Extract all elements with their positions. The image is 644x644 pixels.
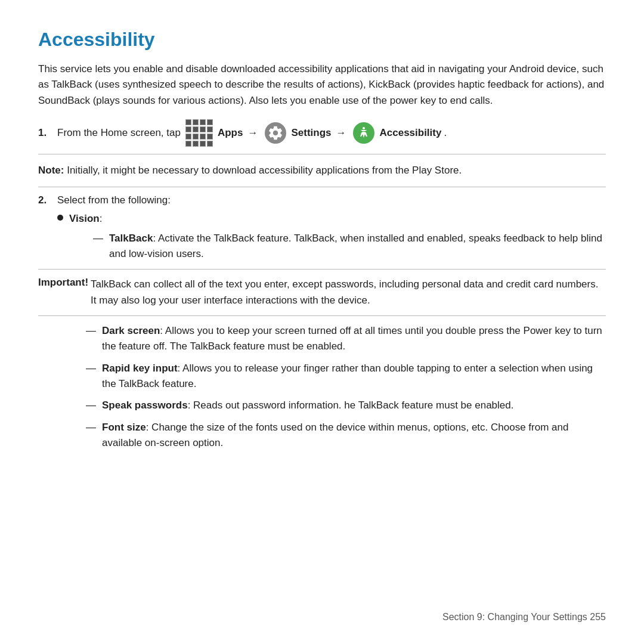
arrow1: → xyxy=(247,127,258,139)
accessibility-icon xyxy=(353,122,374,144)
dash-char-talkback: — xyxy=(93,231,103,246)
dash-char-1: — xyxy=(86,323,96,339)
divider4 xyxy=(38,315,606,316)
footer: Section 9: Changing Your Settings 255 xyxy=(442,612,606,623)
dash-speak-passwords-content: Speak passwords: Reads out password info… xyxy=(102,398,513,413)
arrow2: → xyxy=(336,127,346,139)
settings-icon xyxy=(265,122,286,144)
dash-font-size-content: Font size: Change the size of the fonts … xyxy=(102,420,606,451)
apps-icon xyxy=(185,119,213,147)
bullet-vision: Vision: xyxy=(57,211,606,227)
svg-point-0 xyxy=(363,127,365,129)
dash-speak-passwords: — Speak passwords: Reads out password in… xyxy=(86,398,606,413)
note-text: Initially, it might be necessary to down… xyxy=(64,165,462,176)
important-text: TalkBack can collect all of the text you… xyxy=(91,277,606,308)
step1-prefix: From the Home screen, tap xyxy=(57,127,181,139)
dash-rapid-key-content: Rapid key input: Allows you to release y… xyxy=(102,361,606,392)
important-label: Important! xyxy=(38,277,88,308)
dash-talkback-content: TalkBack: Activate the TalkBack feature.… xyxy=(109,231,606,262)
dash-char-4: — xyxy=(86,420,96,435)
apps-label: Apps xyxy=(218,127,243,139)
divider1 xyxy=(38,154,606,154)
page: Accessibility This service lets you enab… xyxy=(0,0,644,644)
step2-number: 2. xyxy=(38,194,52,206)
divider2 xyxy=(38,187,606,187)
dash-talkback: — TalkBack: Activate the TalkBack featur… xyxy=(93,231,606,262)
bullet-dot-vision xyxy=(57,215,63,221)
talkback-dash-list: — TalkBack: Activate the TalkBack featur… xyxy=(93,231,606,262)
dash-font-size: — Font size: Change the size of the font… xyxy=(86,420,606,451)
divider3 xyxy=(38,269,606,270)
accessibility-label: Accessibility xyxy=(379,127,441,139)
important-box: Important! TalkBack can collect all of t… xyxy=(38,277,606,308)
more-dash-list: — Dark screen: Allows you to keep your s… xyxy=(86,323,606,451)
dash-char-2: — xyxy=(86,361,96,376)
dash-dark-screen: — Dark screen: Allows you to keep your s… xyxy=(86,323,606,355)
step2-row: 2. Select from the following: xyxy=(38,194,606,206)
step1-number: 1. xyxy=(38,127,52,139)
settings-label: Settings xyxy=(291,127,331,139)
vision-list: Vision: — TalkBack: Activate the TalkBac… xyxy=(57,211,606,262)
page-title: Accessibility xyxy=(38,29,606,51)
step1-content: From the Home screen, tap Apps → Setting… xyxy=(57,119,447,147)
dash-char-3: — xyxy=(86,398,96,413)
step2-text: Select from the following: xyxy=(57,194,171,206)
intro-paragraph: This service lets you enable and disable… xyxy=(38,61,606,109)
step1-row: 1. From the Home screen, tap Apps → Sett… xyxy=(38,119,606,147)
dash-dark-screen-content: Dark screen: Allows you to keep your scr… xyxy=(102,323,606,355)
note-box: Note: Initially, it might be necessary t… xyxy=(38,162,606,179)
note-label: Note: xyxy=(38,165,64,176)
dash-rapid-key: — Rapid key input: Allows you to release… xyxy=(86,361,606,392)
vision-label: Vision: xyxy=(69,211,102,227)
step1-period: . xyxy=(444,127,447,139)
